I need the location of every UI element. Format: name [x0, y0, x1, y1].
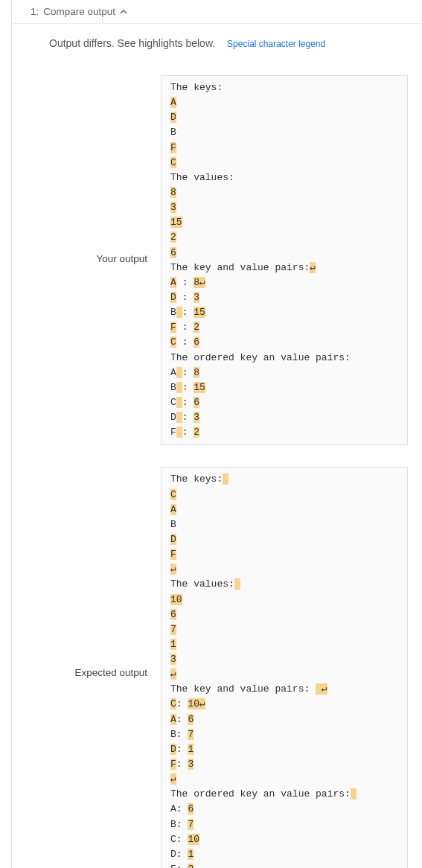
diff-highlight: C: [170, 336, 176, 348]
your-output-row: Your output The keys: A D B F C The valu…: [12, 63, 422, 454]
diff-highlight: C: [170, 698, 176, 709]
special-char-legend-link[interactable]: Special character legend: [227, 39, 325, 49]
diff-highlight: [176, 382, 182, 393]
diff-highlight: C: [170, 157, 176, 168]
diff-highlight: 3: [188, 864, 194, 868]
diff-highlight: 7: [188, 819, 194, 830]
diff-highlight: A: [170, 504, 176, 515]
diff-highlight: [176, 412, 182, 423]
diff-highlight: ↵: [316, 683, 327, 695]
diff-highlight: 6: [194, 336, 199, 348]
diff-highlight: D: [170, 112, 176, 123]
diff-highlight: [176, 307, 182, 318]
diff-highlight: ↵: [170, 773, 176, 785]
diff-highlight: 3: [188, 759, 194, 770]
diff-highlight: A: [170, 97, 176, 108]
diff-highlight: 15: [194, 307, 205, 318]
expected-output-label: Expected output: [74, 667, 147, 678]
diff-highlight: F: [170, 759, 176, 770]
diff-highlight: [176, 427, 182, 438]
diff-highlight: D: [170, 744, 176, 755]
diff-highlight: F: [170, 142, 176, 153]
diff-highlight: 1: [188, 849, 194, 860]
diff-message: Output differs. See highlights below.: [49, 37, 215, 49]
chevron-up-icon: [120, 8, 127, 16]
diff-highlight: A: [170, 277, 176, 288]
diff-highlight: ↵: [170, 564, 176, 575]
diff-highlight: [234, 578, 240, 590]
diff-highlight: 3: [170, 202, 176, 213]
diff-highlight: 2: [170, 232, 176, 243]
diff-highlight: [223, 473, 228, 485]
diff-highlight: 7: [188, 729, 194, 740]
diff-highlight: 3: [194, 292, 199, 303]
diff-highlight: 3: [194, 412, 199, 423]
diff-highlight: [176, 397, 182, 408]
diff-highlight: C: [170, 489, 176, 500]
diff-highlight: 6: [188, 714, 194, 725]
compare-output-header[interactable]: 1: Compare output: [12, 0, 422, 24]
diff-highlight: D: [170, 292, 176, 303]
diff-highlight: 3: [170, 654, 176, 665]
diff-highlight: 1: [188, 744, 194, 755]
your-output-box: The keys: A D B F C The values: 8 3 15 2…: [161, 75, 408, 445]
diff-highlight: 8: [170, 187, 176, 198]
diff-highlight: 8↵: [194, 277, 205, 288]
diff-highlight: 6: [188, 803, 194, 814]
diff-highlight: 6: [170, 247, 176, 258]
diff-highlight: 6: [194, 397, 199, 408]
diff-highlight: 2: [194, 427, 199, 438]
diff-highlight: F: [170, 322, 176, 333]
diff-highlight: [351, 788, 357, 800]
expected-output-box: The keys: C A B D F ↵ The values: 10 6 7…: [161, 467, 408, 868]
diff-highlight: [176, 367, 182, 378]
diff-highlight: F: [170, 549, 176, 560]
diff-highlight: 10: [170, 594, 182, 605]
diff-highlight: 10: [188, 834, 199, 845]
diff-highlight: 15: [194, 382, 205, 393]
diff-highlight: ↵: [170, 668, 176, 680]
diff-highlight: 7: [170, 624, 176, 635]
diff-highlight: ↵: [310, 262, 316, 273]
diff-highlight: 8: [194, 367, 199, 378]
diff-subheader: Output differs. See highlights below. Sp…: [12, 24, 422, 63]
diff-highlight: 2: [194, 322, 199, 333]
your-output-label: Your output: [96, 253, 147, 264]
header-index: 1:: [31, 6, 39, 17]
diff-highlight: D: [170, 534, 176, 545]
diff-highlight: 15: [170, 217, 182, 228]
diff-highlight: 6: [170, 609, 176, 620]
diff-highlight: 10↵: [188, 698, 205, 709]
diff-highlight: 1: [170, 639, 176, 650]
expected-output-row: Expected output The keys: C A B D F ↵ Th…: [12, 454, 422, 868]
header-title: Compare output: [43, 6, 115, 17]
diff-highlight: A: [170, 714, 176, 725]
